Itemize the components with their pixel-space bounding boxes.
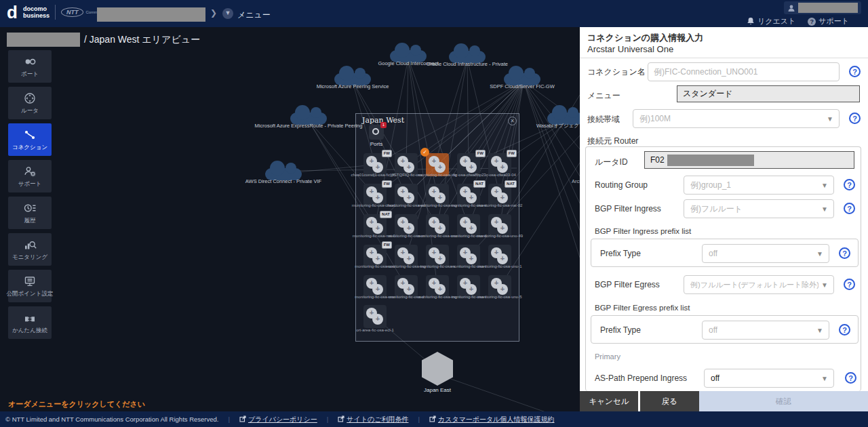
menu-readonly-field: スタンダード — [677, 85, 860, 102]
docomo-logo-text: docomobusiness — [23, 5, 50, 19]
confirm-button[interactable]: 確認 — [699, 391, 868, 411]
user-account[interactable] — [784, 1, 861, 14]
caret-down-icon: ▼ — [816, 327, 823, 334]
footer-link-0[interactable]: プライバシーポリシー — [239, 415, 317, 424]
router-icon: + — [497, 253, 508, 264]
router-icon: + — [466, 284, 477, 295]
caret-down-icon: ▼ — [827, 115, 833, 123]
as-path-help-icon[interactable]: ? — [845, 372, 856, 384]
footer-link-2[interactable]: カスタマーポータル個人情報保護規約 — [429, 415, 555, 424]
prefix-type-egress-select[interactable]: off ▼ — [702, 321, 829, 340]
primary-section-label: Primary — [595, 352, 620, 361]
cloud-node-label: Oracle Cloud Infrastructure - Private — [427, 61, 508, 67]
port-icon — [372, 128, 379, 135]
panel-title: コネクションの購入情報入力 — [587, 32, 703, 44]
request-button[interactable]: リクエスト — [747, 16, 795, 26]
fw-badge: FW — [382, 241, 392, 249]
chevron-down-icon[interactable]: ▼ — [222, 8, 233, 19]
footer-divider: | — [327, 415, 328, 423]
prefix-type-egress-help-icon[interactable]: ? — [839, 324, 850, 336]
question-circle-icon: ? — [808, 18, 816, 26]
as-path-prepend-ingress-label: AS-Path Prepend Ingress — [595, 373, 687, 383]
routing-group-help-icon[interactable]: ? — [844, 179, 855, 190]
bgp-filter-egress-label: BGP Filter Egress — [595, 280, 660, 289]
router-node-label: monitoring-fic-osa-uno-49 — [477, 234, 523, 238]
menu-button[interactable]: メニュー — [237, 9, 271, 21]
bgp-filter-ingress-prefix-list-label: BGP Filter Ingress prefix list — [595, 227, 691, 235]
redacted-user-name — [798, 3, 858, 13]
router-icon: + — [372, 162, 383, 173]
connection-name-help-icon[interactable]: ? — [849, 66, 861, 77]
order-hint-text: オーダメニューをクリックしてください — [8, 399, 145, 409]
router-icon: + — [435, 192, 446, 203]
bgp-filter-egress-help-icon[interactable]: ? — [844, 279, 855, 290]
bandwidth-select[interactable]: 例)100M ▼ — [633, 109, 840, 128]
router-icon: + — [497, 162, 508, 173]
router-icon — [23, 92, 37, 105]
bgp-filter-ingress-label: BGP Filter Ingress — [595, 204, 661, 214]
router-icon: + — [435, 223, 446, 234]
nat-badge: NAT — [380, 211, 392, 218]
router-node[interactable]: ++ — [363, 305, 387, 328]
sidebar-item-easy-connect[interactable]: かんたん接続 — [8, 306, 52, 339]
nat-badge: NAT — [505, 180, 517, 188]
caret-down-icon: ▼ — [821, 182, 828, 189]
router-icon: + — [372, 253, 383, 264]
japan-east-node[interactable] — [422, 352, 453, 386]
close-icon[interactable]: ✕ — [508, 117, 517, 125]
sidebar-item-monitoring[interactable]: モニタリング — [8, 233, 52, 266]
router-icon: + — [403, 284, 414, 295]
sidebar-item-label: 公開ポイント設定 — [7, 290, 54, 298]
bgp-filter-ingress-select[interactable]: 例)フルルート ▼ — [684, 199, 834, 218]
sidebar-item-support[interactable]: サポート — [8, 160, 52, 192]
routing-group-select[interactable]: 例)group_1 ▼ — [684, 176, 834, 195]
connection-name-input[interactable] — [648, 62, 840, 81]
router-icon: + — [435, 162, 446, 173]
public-point-icon — [23, 274, 37, 288]
sidebar-item-label: モニタリング — [12, 253, 47, 262]
breadcrumb: / Japan West エリアビュー — [7, 33, 200, 47]
footer-divider: | — [418, 415, 419, 423]
panel-header: コネクションの購入情報入力 Arcstar Universal One — [580, 27, 868, 58]
router-icon: + — [466, 162, 477, 173]
ports-node[interactable]: 1 — [369, 125, 384, 140]
sidebar-item-history[interactable]: 履歴 — [8, 197, 52, 229]
router-icon: + — [497, 284, 508, 295]
router-node-label: fic-osa-cfwa8bp2 — [453, 173, 484, 177]
bgp-filter-egress-select[interactable]: 例)フルルート(デフォルトルート除外) ▼ — [684, 275, 834, 294]
app-footer: © NTT Limited and NTT Communications Cor… — [0, 411, 868, 427]
bandwidth-label: 接続帯域 — [587, 114, 620, 125]
router-icon: + — [466, 223, 477, 234]
bgp-filter-ingress-help-icon[interactable]: ? — [844, 203, 855, 214]
port-icon — [23, 55, 37, 68]
fw-badge: FW — [475, 150, 486, 157]
bandwidth-help-icon[interactable]: ? — [849, 113, 861, 124]
connection-name-label: コネクション名 — [587, 66, 646, 78]
cloud-node-label: AWS Direct Connect - Private VIF — [245, 178, 321, 184]
router-node-label: 3c-osa-cfwa03-04 — [484, 173, 516, 177]
as-path-prepend-ingress-select[interactable]: off ▼ — [704, 369, 834, 388]
sidebar-item-label: コネクション — [12, 144, 47, 152]
nat-badge: NAT — [473, 180, 486, 188]
sidebar-item-connection[interactable]: コネクション — [8, 123, 52, 156]
footer-link-label: プライバシーポリシー — [248, 415, 317, 424]
support-button[interactable]: ? サポート — [808, 16, 849, 26]
sidebar-item-public-point[interactable]: 公開ポイント設定 — [8, 270, 52, 302]
prefix-type-ingress-select[interactable]: off ▼ — [702, 244, 829, 263]
router-node-label: monitoring-fic-osa-ing — [418, 173, 457, 177]
docomo-logo-icon: d — [7, 3, 18, 21]
cancel-button[interactable]: キャンセル — [580, 391, 638, 411]
sidebar-item-router[interactable]: ルータ — [8, 87, 52, 119]
fw-badge: FW — [382, 150, 392, 157]
sidebar-item-port[interactable]: ポート — [8, 50, 52, 83]
fw-badge: FW — [382, 180, 392, 188]
external-link-icon — [338, 415, 344, 424]
bgp-filter-egress-prefix-list-label: BGP Filter Egress prefix list — [595, 304, 690, 312]
copyright-text: © NTT Limited and NTT Communications Cor… — [5, 415, 218, 423]
sidebar-item-label: ポート — [21, 70, 39, 79]
back-button[interactable]: 戻る — [640, 391, 699, 411]
router-icon: + — [403, 162, 414, 173]
panel-subtitle: Arcstar Universal One — [587, 44, 673, 54]
prefix-type-ingress-help-icon[interactable]: ? — [839, 247, 850, 259]
footer-link-1[interactable]: サイトのご利用条件 — [338, 415, 408, 424]
